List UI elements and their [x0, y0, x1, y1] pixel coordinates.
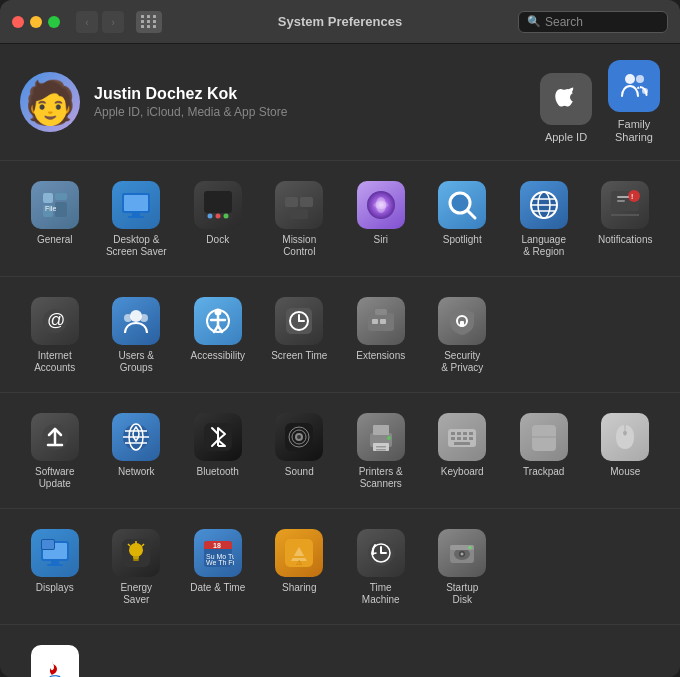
general-label: General: [37, 234, 73, 246]
pref-users[interactable]: Users &Groups: [98, 289, 176, 380]
pref-keyboard[interactable]: Keyboard: [424, 405, 502, 496]
keyboard-label: Keyboard: [441, 466, 484, 478]
svg-rect-17: [285, 197, 298, 207]
maximize-button[interactable]: [48, 16, 60, 28]
language-icon: [520, 181, 568, 229]
software-update-icon: [31, 413, 79, 461]
bluetooth-icon: [194, 413, 242, 461]
dock-label: Dock: [206, 234, 229, 246]
minimize-button[interactable]: [30, 16, 42, 28]
svg-rect-85: [457, 437, 461, 440]
apple-id-button[interactable]: Apple ID: [540, 73, 592, 144]
software-update-label: SoftwareUpdate: [35, 466, 74, 490]
close-button[interactable]: [12, 16, 24, 28]
svg-rect-74: [373, 425, 389, 435]
search-input[interactable]: [545, 15, 659, 29]
profile-right: Apple ID FamilySharing: [540, 60, 660, 144]
pref-startup-disk[interactable]: StartupDisk: [424, 521, 502, 612]
printers-icon: [357, 413, 405, 461]
avatar[interactable]: 🧑: [20, 72, 80, 132]
pref-mouse[interactable]: Mouse: [587, 405, 665, 496]
sharing-icon: ⚠: [275, 529, 323, 577]
apple-id-icon: [540, 73, 592, 125]
language-label: Language& Region: [522, 234, 567, 258]
svg-rect-11: [128, 216, 144, 218]
pref-siri[interactable]: Siri: [342, 173, 420, 264]
svg-text:⚠: ⚠: [296, 559, 302, 566]
nav-buttons: ‹ ›: [76, 11, 124, 33]
pref-sharing[interactable]: ⚠ Sharing: [261, 521, 339, 612]
pref-displays[interactable]: Displays: [16, 521, 94, 612]
datetime-label: Date & Time: [190, 582, 245, 594]
pref-software-update[interactable]: SoftwareUpdate: [16, 405, 94, 496]
startup-disk-label: StartupDisk: [446, 582, 478, 606]
section-other: Java: [0, 625, 680, 677]
pref-network[interactable]: Network: [98, 405, 176, 496]
siri-icon: [357, 181, 405, 229]
profile-name: Justin Dochez Kok: [94, 85, 287, 103]
keyboard-icon: [438, 413, 486, 461]
pref-time-machine[interactable]: TimeMachine: [342, 521, 420, 612]
svg-point-14: [207, 214, 212, 219]
svg-point-121: [469, 546, 472, 549]
svg-point-0: [625, 74, 635, 84]
grid-view-button[interactable]: [136, 11, 162, 33]
svg-point-78: [387, 436, 391, 440]
spotlight-icon: [438, 181, 486, 229]
apple-id-label: Apple ID: [545, 131, 587, 144]
pref-accessibility[interactable]: Accessibility: [179, 289, 257, 380]
svg-rect-88: [454, 442, 470, 445]
svg-text:@: @: [47, 310, 65, 330]
section-system: Displays: [0, 509, 680, 625]
pref-bluetooth[interactable]: Bluetooth: [179, 405, 257, 496]
svg-rect-96: [47, 564, 63, 566]
mission-label: MissionControl: [282, 234, 316, 258]
pref-screen-time[interactable]: Screen Time: [261, 289, 339, 380]
svg-point-38: [124, 314, 132, 322]
pref-spotlight[interactable]: Spotlight: [424, 173, 502, 264]
pref-trackpad[interactable]: Trackpad: [505, 405, 583, 496]
pref-sound[interactable]: Sound: [261, 405, 339, 496]
pref-extensions[interactable]: Extensions: [342, 289, 420, 380]
pref-dock[interactable]: Dock: [179, 173, 257, 264]
svg-point-39: [140, 314, 148, 322]
svg-rect-9: [124, 195, 148, 211]
pref-energy[interactable]: EnergySaver: [98, 521, 176, 612]
pref-datetime[interactable]: 18 Su Mo Tu We Th Fr Date & Time: [179, 521, 257, 612]
profile-subtitle: Apple ID, iCloud, Media & App Store: [94, 105, 287, 119]
svg-rect-3: [43, 193, 53, 203]
svg-point-1: [636, 75, 644, 83]
pref-language[interactable]: Language& Region: [505, 173, 583, 264]
desktop-label: Desktop &Screen Saver: [106, 234, 167, 258]
svg-rect-33: [617, 196, 629, 198]
family-sharing-button[interactable]: FamilySharing: [608, 60, 660, 144]
pref-security[interactable]: Security& Privacy: [424, 289, 502, 380]
system-preferences-window: ‹ › System Preferences 🔍 🧑: [0, 0, 680, 677]
section-personal2: @ InternetAccounts Us: [0, 277, 680, 393]
forward-button[interactable]: ›: [102, 11, 124, 33]
svg-text:!: !: [631, 193, 633, 200]
time-machine-icon: [357, 529, 405, 577]
personal-grid: File General Desktop: [16, 173, 664, 264]
pref-mission[interactable]: MissionControl: [261, 173, 339, 264]
mouse-icon: [601, 413, 649, 461]
pref-printers[interactable]: Printers &Scanners: [342, 405, 420, 496]
svg-rect-53: [380, 319, 386, 324]
system-grid: Displays: [16, 521, 664, 612]
pref-notifications[interactable]: ! Notifications: [587, 173, 665, 264]
back-button[interactable]: ‹: [76, 11, 98, 33]
svg-rect-102: [133, 559, 139, 561]
section-personal: File General Desktop: [0, 161, 680, 277]
sound-icon: [275, 413, 323, 461]
pref-java[interactable]: Java: [16, 637, 94, 677]
svg-rect-19: [290, 209, 308, 219]
pref-general[interactable]: File General: [16, 173, 94, 264]
svg-rect-10: [132, 213, 140, 216]
search-box[interactable]: 🔍: [518, 11, 668, 33]
svg-point-30: [628, 190, 640, 202]
window-title: System Preferences: [170, 14, 510, 29]
pref-internet-accounts[interactable]: @ InternetAccounts: [16, 289, 94, 380]
mouse-label: Mouse: [610, 466, 640, 478]
pref-desktop[interactable]: Desktop &Screen Saver: [98, 173, 176, 264]
security-label: Security& Privacy: [441, 350, 483, 374]
